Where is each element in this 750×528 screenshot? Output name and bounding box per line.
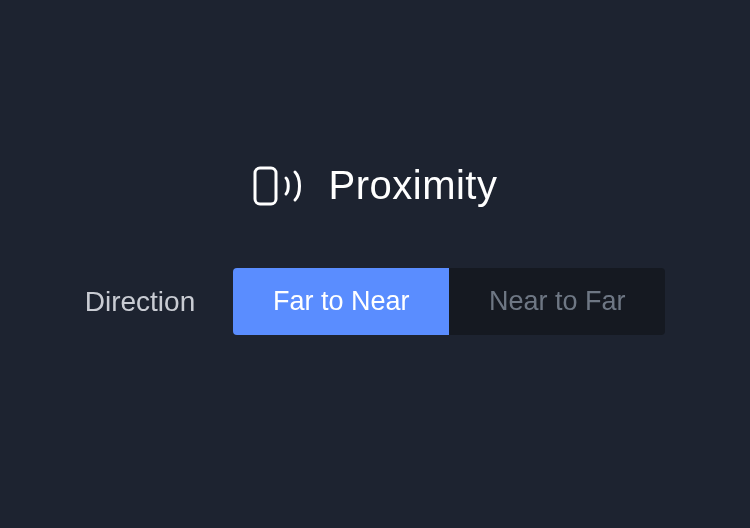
svg-rect-0 [255, 168, 276, 204]
direction-segmented: Far to Near Near to Far [233, 268, 665, 335]
segment-far-to-near[interactable]: Far to Near [233, 268, 449, 335]
segment-near-to-far[interactable]: Near to Far [449, 268, 665, 335]
proximity-sensor-icon [253, 165, 307, 207]
direction-label: Direction [85, 286, 195, 318]
header: Proximity [253, 163, 498, 208]
page-title: Proximity [329, 163, 498, 208]
direction-control: Direction Far to Near Near to Far [85, 268, 665, 335]
